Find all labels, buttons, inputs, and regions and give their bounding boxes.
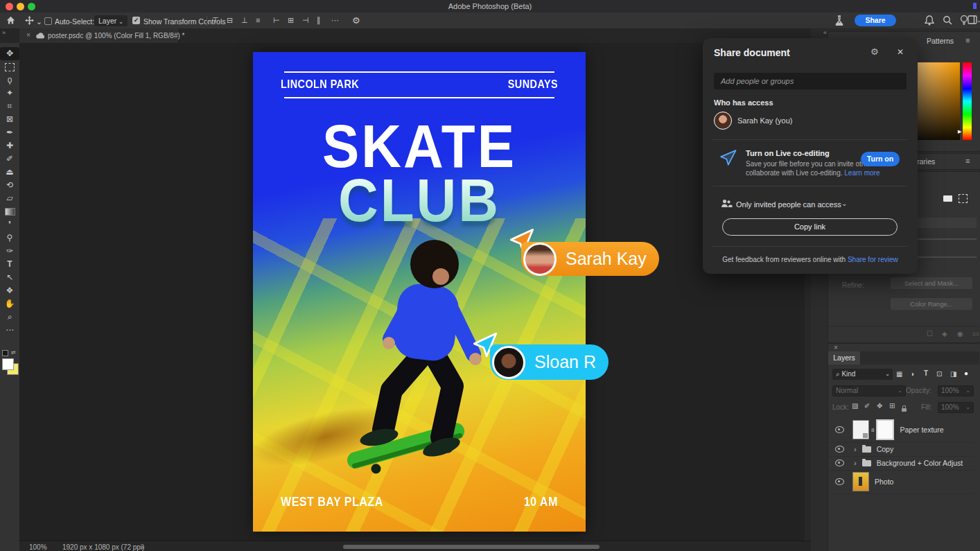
copy-link-button[interactable]: Copy link (722, 218, 898, 236)
zoom-level-field[interactable]: 100% (29, 543, 47, 551)
workspace-icon[interactable] (968, 15, 977, 24)
vector-mask-icon[interactable] (959, 194, 968, 203)
visibility-eye-icon[interactable] (835, 446, 844, 453)
delete-mask-icon[interactable]: ▭ (972, 330, 979, 338)
toolbar-collapse-icon[interactable]: » (2, 29, 6, 36)
edit-toolbar-button[interactable]: ⋯ (0, 324, 19, 337)
blur-tool[interactable]: ❜ (0, 218, 19, 231)
learn-more-link[interactable]: Learn more (844, 169, 880, 177)
move-tool[interactable]: ✥ (0, 47, 19, 60)
document-tab[interactable]: × poster.psdc @ 100% (Color Fill 1, RGB/… (19, 28, 180, 43)
gradient-tool[interactable] (0, 205, 19, 218)
quick-selection-tool[interactable]: ✦ (0, 87, 19, 100)
distribute-left-edges-icon[interactable]: ⊢ (273, 16, 280, 25)
layers-panel-close-icon[interactable]: × (834, 344, 838, 351)
zoom-tool[interactable]: ⌕ (0, 311, 19, 324)
tab-patterns[interactable]: Patterns (927, 37, 954, 45)
foreground-color-swatch[interactable] (2, 358, 14, 370)
search-icon[interactable] (943, 15, 952, 25)
layer-row-copy-group[interactable]: › Copy (828, 442, 974, 457)
auto-select-checkbox[interactable] (44, 17, 52, 25)
shape-tool[interactable]: ❖ (0, 284, 19, 297)
beaker-icon[interactable] (834, 15, 844, 26)
align-top-edges-icon[interactable]: ⊤ (212, 16, 219, 25)
panel-menu-icon[interactable]: ≡ (965, 36, 970, 44)
horizontal-scrollbar-thumb[interactable] (343, 545, 600, 549)
sarah-collaborator-tag[interactable]: Sarah Kay (521, 242, 659, 276)
load-selection-icon[interactable]: ☐ (927, 330, 933, 338)
lock-pixels-icon[interactable]: ✐ (864, 402, 870, 410)
layer-thumbnail[interactable] (852, 420, 869, 439)
share-for-review-link[interactable]: Share for review (848, 256, 898, 263)
lock-artboard-icon[interactable]: ⊞ (889, 402, 895, 410)
color-range-button[interactable]: Color Range... (891, 298, 972, 310)
align-edges-icon[interactable]: ≡ (256, 16, 260, 24)
hand-tool[interactable]: ✋ (0, 297, 19, 311)
dodge-tool[interactable]: ⚲ (0, 231, 19, 245)
layer-row-photo[interactable]: Photo (828, 470, 974, 494)
lock-transparency-icon[interactable]: ▨ (852, 402, 858, 410)
pen-tool[interactable]: ✑ (0, 245, 19, 258)
filter-adjustment-layers-icon[interactable]: ◑ (910, 370, 914, 378)
visibility-eye-icon[interactable] (835, 426, 844, 433)
eyedropper-tool[interactable]: ✒ (0, 126, 19, 139)
dock-collapse-icon[interactable]: « (823, 29, 827, 36)
select-and-mask-button[interactable]: Select and Mask... (891, 277, 972, 289)
home-icon[interactable] (6, 16, 15, 25)
brush-tool[interactable]: ✐ (0, 152, 19, 166)
filter-smart-objects-icon[interactable]: ◨ (950, 370, 956, 378)
type-tool[interactable]: T (0, 258, 19, 271)
clone-stamp-tool[interactable]: ⏏ (0, 166, 19, 179)
tab-close-icon[interactable]: × (26, 31, 30, 39)
distribute-horizontal-centers-icon[interactable]: ⊞ (288, 16, 294, 25)
add-people-input[interactable]: Add people or groups (714, 73, 907, 89)
spot-healing-brush-tool[interactable]: ✚ (0, 139, 19, 152)
libraries-menu-icon[interactable]: ≡ (965, 157, 970, 165)
filter-type-layers-icon[interactable]: T (924, 369, 928, 377)
lock-all-icon[interactable] (902, 402, 907, 414)
access-chevron-icon[interactable]: ⌄ (841, 200, 847, 207)
bell-icon[interactable] (925, 15, 934, 26)
more-options-icon[interactable]: ⋯ (331, 16, 339, 25)
eraser-tool[interactable]: ▱ (0, 192, 19, 205)
filter-shape-layers-icon[interactable]: ⊡ (936, 370, 942, 378)
workspace-chevron-icon[interactable]: ⌄ (977, 17, 980, 24)
mask-thumbnail[interactable] (876, 419, 894, 440)
filter-toggle-icon[interactable]: ● (964, 369, 968, 377)
auto-select-target-dropdown[interactable]: Layer ⌄ (94, 15, 128, 26)
default-colors-icon[interactable] (2, 350, 8, 356)
layer-row-paper-texture[interactable]: 8 Paper texture (828, 417, 974, 443)
turn-on-button[interactable]: Turn on (861, 152, 900, 166)
crop-tool[interactable]: ⌗ (0, 100, 19, 113)
access-setting-label[interactable]: Only invited people can access (736, 200, 841, 209)
move-tool-chevron-icon[interactable]: ⌄ (36, 17, 42, 26)
poster-document[interactable]: LINCOLN PARK SUNDAYS SKATE CLUB (253, 52, 586, 532)
rectangular-marquee-tool[interactable] (0, 60, 19, 73)
mask-visibility-icon[interactable]: ◉ (957, 330, 963, 338)
frame-tool[interactable]: ⊠ (0, 113, 19, 126)
sloan-collaborator-tag[interactable]: Sloan R (490, 344, 609, 380)
group-chevron-icon[interactable]: › (854, 459, 857, 467)
blend-mode-dropdown[interactable]: Normal⌄ (832, 385, 906, 396)
opacity-field[interactable]: 100%⌄ (938, 385, 974, 396)
layer-row-background-group[interactable]: › Background + Color Adjust (828, 456, 974, 471)
history-brush-tool[interactable]: ⟲ (0, 179, 19, 192)
share-settings-gear-icon[interactable]: ⚙ (870, 46, 879, 57)
distribute-right-edges-icon[interactable]: ⊣ (302, 16, 309, 25)
group-chevron-icon[interactable]: › (854, 445, 857, 453)
hue-slider[interactable] (963, 62, 972, 140)
swap-colors-icon[interactable]: ⇄ (11, 349, 16, 356)
lock-position-icon[interactable]: ✥ (877, 402, 882, 410)
layers-tab[interactable]: Layers (828, 351, 860, 365)
show-transform-checkbox[interactable]: ✓ (132, 17, 140, 24)
lasso-tool[interactable]: ϙ (0, 73, 19, 87)
visibility-eye-icon[interactable] (835, 460, 844, 466)
path-selection-tool[interactable]: ↖ (0, 271, 19, 284)
fill-field[interactable]: 100%⌄ (938, 402, 974, 413)
layer-filter-dropdown[interactable]: ⌕ Kind ⌄ (832, 369, 893, 380)
visibility-eye-icon[interactable] (835, 478, 844, 485)
move-tool-icon[interactable] (25, 16, 34, 25)
align-bottom-edges-icon[interactable]: ⊥ (241, 16, 248, 25)
gear-icon[interactable]: ⚙ (352, 15, 360, 26)
status-chevron-icon[interactable]: › (141, 543, 143, 551)
